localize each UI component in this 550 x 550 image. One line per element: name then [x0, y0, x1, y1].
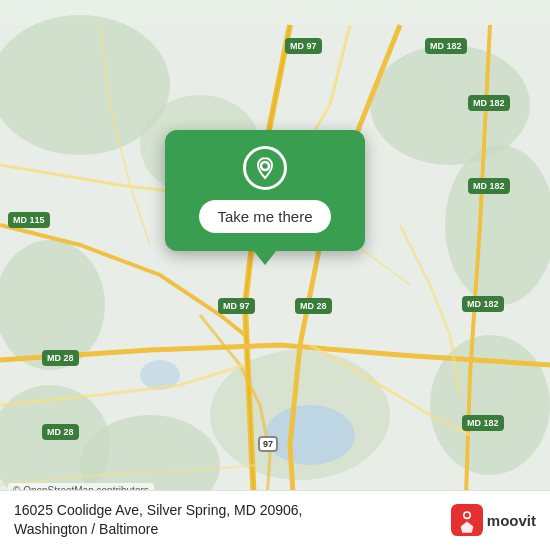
- road-badge-97-bottom: 97: [258, 436, 278, 452]
- svg-point-15: [464, 513, 469, 518]
- road-badge-md182-lower: MD 182: [462, 296, 504, 312]
- moovit-icon: [451, 504, 483, 536]
- road-badge-md115: MD 115: [8, 212, 50, 228]
- svg-point-10: [265, 405, 355, 465]
- map-background: [0, 0, 550, 550]
- road-badge-md28-mid: MD 28: [295, 298, 332, 314]
- road-badge-md28-left1: MD 28: [42, 350, 79, 366]
- road-badge-md28-left2: MD 28: [42, 424, 79, 440]
- bottom-bar: 16025 Coolidge Ave, Silver Spring, MD 20…: [0, 490, 550, 550]
- take-me-there-button[interactable]: Take me there: [199, 200, 330, 233]
- svg-point-12: [261, 162, 269, 170]
- road-badge-md182-mid: MD 182: [468, 178, 510, 194]
- moovit-logo: moovit: [451, 504, 536, 536]
- road-badge-md97-mid: MD 97: [218, 298, 255, 314]
- location-popup: Take me there: [165, 130, 365, 251]
- pin-icon: [243, 146, 287, 190]
- map-container: MD 97 MD 182 MD 182 MD 115 MD 182 MD 97 …: [0, 0, 550, 550]
- svg-point-3: [445, 145, 550, 305]
- address-text: 16025 Coolidge Ave, Silver Spring, MD 20…: [14, 501, 302, 540]
- address-label: 16025 Coolidge Ave, Silver Spring, MD 20…: [14, 502, 302, 538]
- road-badge-md182-top2: MD 182: [468, 95, 510, 111]
- road-badge-md182-bottom: MD 182: [462, 415, 504, 431]
- moovit-brand-label: moovit: [487, 512, 536, 529]
- road-badge-md97-top: MD 97: [285, 38, 322, 54]
- road-badge-md182-top1: MD 182: [425, 38, 467, 54]
